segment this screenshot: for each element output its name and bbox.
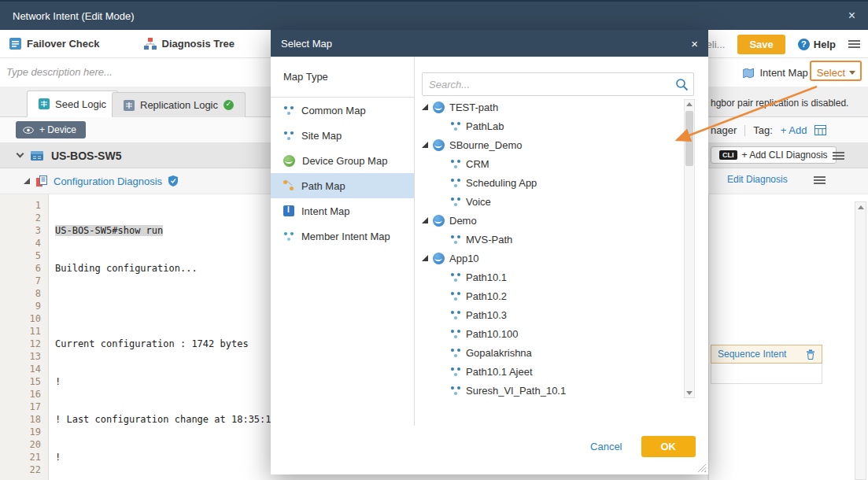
intent-map-icon [743, 68, 754, 78]
map-group-icon [433, 102, 445, 113]
map-type-label: Site Map [301, 130, 342, 142]
tree-item[interactable]: Suresh_VI_Path_10.1 [419, 381, 681, 398]
line-number: 6 [0, 262, 41, 275]
add-cli-diagnosis-label: + Add CLI Diagnosis [742, 150, 828, 161]
line-number: 7 [0, 275, 41, 287]
expand-icon[interactable] [422, 255, 428, 261]
dialog-close-icon[interactable]: × [691, 37, 698, 50]
map-type-label: Device Group Map [302, 155, 387, 167]
help-button[interactable]: ? Help [798, 39, 836, 50]
manager-fragment[interactable]: nager [711, 124, 737, 136]
tag-add-button[interactable]: + Add [781, 124, 807, 136]
tree-item[interactable]: Gopalakrishna [419, 343, 681, 362]
truncated-toolbar-text[interactable]: eli... [707, 39, 726, 50]
sequence-intent-header[interactable]: Sequence Intent [711, 345, 822, 364]
configuration-diagnosis-title[interactable]: Configuration Diagnosis [54, 175, 162, 187]
intent-map-bar: Intent Map Select [743, 65, 859, 80]
map-type-site-map[interactable]: Site Map [271, 123, 414, 148]
line-number: 9 [0, 300, 41, 312]
tree-item-group[interactable]: TEST-path [419, 98, 681, 116]
map-group-icon [433, 253, 445, 264]
scroll-up-icon[interactable] [686, 102, 693, 106]
tree-item-label: MVS-Path [466, 234, 512, 246]
tree-item[interactable]: Voice [419, 192, 681, 211]
sequence-intent-label: Sequence Intent [718, 349, 786, 360]
select-map-header: Select Map × [271, 30, 708, 57]
scrollbar-thumb[interactable] [685, 111, 693, 166]
intent-map-select-button[interactable]: Select [814, 65, 859, 80]
tab-seed-logic[interactable]: Seed Logic [27, 90, 118, 117]
failover-check-button[interactable]: Failover Check [9, 38, 100, 50]
tree-item-group[interactable]: Demo [419, 211, 681, 230]
tree-item-group[interactable]: App10 [419, 249, 681, 268]
map-leaf-icon [450, 290, 461, 301]
description-input[interactable] [0, 58, 252, 86]
tab-replication-logic[interactable]: Replication Logic [112, 92, 246, 117]
collapse-chevron-icon[interactable] [17, 150, 24, 158]
line-number: 20 [0, 438, 41, 451]
resize-grip[interactable] [697, 463, 706, 472]
toolbar-menu-icon[interactable] [848, 39, 860, 49]
window-title: Network Intent (Edit Mode) [13, 10, 135, 22]
map-manager-row: nager Tag: + Add [711, 124, 826, 136]
sequence-intent-body [711, 364, 822, 384]
map-leaf-icon [450, 234, 461, 245]
diagnosis-menu-icon[interactable] [814, 175, 826, 185]
expand-icon[interactable] [422, 104, 428, 110]
map-type-intent-map[interactable]: Intent Map [271, 198, 414, 223]
common-map-icon [283, 105, 294, 116]
map-search-input[interactable] [423, 73, 659, 95]
tag-table-icon[interactable] [814, 125, 826, 135]
ok-button[interactable]: OK [641, 436, 696, 457]
device-menu-icon[interactable] [833, 151, 844, 161]
diagnosis-tree-button[interactable]: Diagnosis Tree [144, 38, 235, 50]
tree-item-label: SBourne_Demo [449, 139, 523, 151]
tree-item[interactable]: Path10.100 [419, 324, 681, 343]
edit-diagnosis-link[interactable]: Edit Diagnosis [727, 174, 788, 185]
map-type-member-intent-map[interactable]: Member Intent Map [271, 223, 414, 249]
expand-icon[interactable] [24, 178, 30, 184]
device-name: US-BOS-SW5 [51, 150, 121, 162]
cli-badge: CLI [719, 150, 737, 160]
tree-item[interactable]: Path10.2 [419, 286, 681, 305]
expand-icon[interactable] [422, 142, 428, 148]
map-leaf-icon [450, 177, 461, 188]
sequence-intent-panel: Sequence Intent [711, 345, 822, 384]
tree-item[interactable]: Path10.1 Ajeet [419, 362, 681, 381]
window-close-icon[interactable]: × [848, 9, 855, 23]
tree-item-group[interactable]: SBourne_Demo [419, 135, 681, 154]
add-device-button[interactable]: + Device [16, 121, 86, 138]
tree-item[interactable]: MVS-Path [419, 230, 681, 249]
trash-icon[interactable] [806, 349, 815, 360]
scroll-down-icon[interactable] [686, 391, 693, 395]
tree-item-label: Voice [466, 196, 491, 208]
map-type-common-map[interactable]: Common Map [271, 98, 414, 123]
tab-seed-logic-label: Seed Logic [55, 98, 106, 110]
scroll-up-icon[interactable] [858, 205, 864, 209]
save-button[interactable]: Save [737, 35, 785, 54]
chevron-down-icon [849, 71, 855, 75]
line-number: 18 [0, 413, 41, 426]
map-leaf-icon [450, 328, 461, 339]
device-group-map-icon [283, 155, 295, 167]
line-number: 19 [0, 426, 41, 438]
right-panel-scrollbar[interactable] [855, 201, 866, 480]
tree-scrollbar[interactable] [684, 99, 695, 398]
tree-item[interactable]: Scheduling App [419, 173, 681, 192]
map-type-label: Intent Map [301, 205, 349, 217]
site-map-icon [283, 130, 294, 141]
expand-icon[interactable] [422, 217, 428, 223]
map-type-path-map[interactable]: Path Map [271, 173, 414, 198]
search-icon[interactable] [675, 78, 689, 91]
tree-item[interactable]: Path10.1 [419, 268, 681, 286]
tree-item[interactable]: CRM [419, 154, 681, 173]
line-number: 14 [0, 363, 41, 375]
cancel-button[interactable]: Cancel [590, 441, 622, 452]
tree-item[interactable]: PathLab [419, 116, 681, 135]
shield-icon [168, 175, 178, 186]
tag-label: Tag: [753, 124, 773, 136]
tree-item[interactable]: Path10.3 [419, 305, 681, 324]
map-type-device-group-map[interactable]: Device Group Map [271, 148, 414, 173]
select-label: Select [817, 67, 845, 79]
add-cli-diagnosis-button[interactable]: CLI + Add CLI Diagnosis [711, 146, 837, 164]
